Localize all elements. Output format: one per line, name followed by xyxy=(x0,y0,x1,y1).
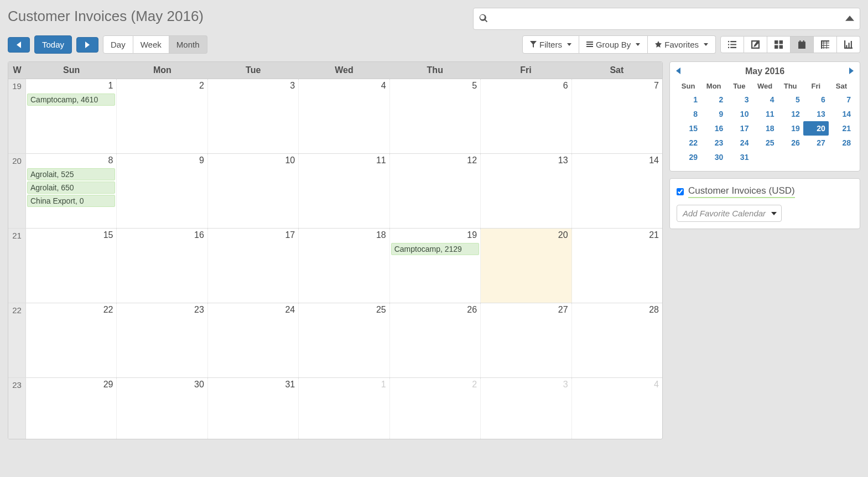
calendar-cell[interactable]: 18 xyxy=(299,229,389,303)
mini-day[interactable]: 12 xyxy=(778,107,803,121)
day-number: 6 xyxy=(563,81,568,91)
calendar-cell[interactable]: 15 xyxy=(26,229,117,303)
calendar-cell[interactable]: 10 xyxy=(208,154,299,228)
mini-day[interactable]: 8 xyxy=(675,107,701,121)
calendar-cell[interactable]: 3 xyxy=(208,79,299,153)
search-input[interactable] xyxy=(492,14,845,23)
mini-day[interactable]: 31 xyxy=(726,150,752,164)
calendar-cell[interactable]: 1Camptocamp, 4610 xyxy=(26,79,117,153)
search-expand-icon[interactable] xyxy=(845,14,854,24)
form-view-button[interactable] xyxy=(744,36,767,53)
mini-day[interactable]: 17 xyxy=(726,121,752,136)
calendar-cell[interactable]: 9 xyxy=(117,154,207,228)
day-header: Thu xyxy=(389,62,480,79)
day-button[interactable]: Day xyxy=(103,35,133,54)
calendar-cell[interactable]: 1 xyxy=(299,378,389,439)
calendar-view-button[interactable] xyxy=(791,36,814,53)
calendar-cell[interactable]: 7 xyxy=(572,79,662,153)
filter-checkbox[interactable] xyxy=(677,188,684,195)
calendar-cell[interactable]: 8Agrolait, 525Agrolait, 650China Export,… xyxy=(26,154,117,228)
calendar-cell[interactable]: 20 xyxy=(481,229,571,303)
week-number: 21 xyxy=(8,229,26,303)
calendar-cell[interactable]: 27 xyxy=(481,303,571,377)
calendar-cell[interactable]: 4 xyxy=(299,79,389,153)
mini-day[interactable]: 21 xyxy=(829,121,854,136)
pivot-view-button[interactable] xyxy=(814,36,837,53)
mini-day[interactable]: 27 xyxy=(803,136,829,150)
calendar-event[interactable]: Agrolait, 525 xyxy=(27,168,115,180)
mini-day[interactable]: 20 xyxy=(803,121,829,136)
mini-day[interactable]: 5 xyxy=(778,92,803,107)
mini-day[interactable]: 3 xyxy=(726,92,752,107)
mini-day[interactable]: 22 xyxy=(675,136,701,150)
week-number: 23 xyxy=(8,378,26,439)
calendar-cell[interactable]: 3 xyxy=(481,378,571,439)
mini-day[interactable]: 19 xyxy=(778,121,803,136)
calendar-cell[interactable]: 12 xyxy=(390,154,481,228)
today-button[interactable]: Today xyxy=(34,35,72,54)
calendar-cell[interactable]: 26 xyxy=(390,303,481,377)
day-number: 5 xyxy=(472,81,477,91)
calendar-cell[interactable]: 22 xyxy=(26,303,117,377)
calendar-cell[interactable]: 19Camptocamp, 2129 xyxy=(390,229,481,303)
mini-day[interactable]: 13 xyxy=(803,107,829,121)
calendar-cell[interactable]: 11 xyxy=(299,154,389,228)
mini-day[interactable]: 30 xyxy=(701,150,726,164)
mini-day[interactable]: 23 xyxy=(701,136,726,150)
mini-day[interactable]: 6 xyxy=(803,92,829,107)
search-box[interactable] xyxy=(473,8,860,30)
mini-day[interactable]: 16 xyxy=(701,121,726,136)
calendar-cell[interactable]: 30 xyxy=(117,378,207,439)
calendar-cell[interactable]: 5 xyxy=(390,79,481,153)
calendar-cell[interactable]: 29 xyxy=(26,378,117,439)
calendar-cell[interactable]: 13 xyxy=(481,154,571,228)
calendar-cell[interactable]: 25 xyxy=(299,303,389,377)
month-button[interactable]: Month xyxy=(169,35,207,54)
mini-day[interactable]: 4 xyxy=(752,92,777,107)
mini-day[interactable]: 26 xyxy=(778,136,803,150)
mini-day[interactable]: 9 xyxy=(701,107,726,121)
favorites-button[interactable]: Favorites xyxy=(648,35,716,54)
calendar-event[interactable]: Agrolait, 650 xyxy=(27,182,115,194)
mini-day[interactable]: 29 xyxy=(675,150,701,164)
mini-day[interactable]: 1 xyxy=(675,92,701,107)
week-button[interactable]: Week xyxy=(133,35,169,54)
calendar-cell[interactable]: 2 xyxy=(390,378,481,439)
next-button[interactable] xyxy=(76,37,98,53)
mini-day[interactable]: 15 xyxy=(675,121,701,136)
filters-button[interactable]: Filters xyxy=(522,35,579,54)
mini-day[interactable]: 25 xyxy=(752,136,777,150)
mini-day[interactable]: 10 xyxy=(726,107,752,121)
mini-day[interactable]: 7 xyxy=(829,92,854,107)
day-header: Fri xyxy=(480,62,571,79)
calendar-cell[interactable]: 21 xyxy=(572,229,662,303)
mini-next-button[interactable] xyxy=(849,67,854,76)
calendar-cell[interactable]: 17 xyxy=(208,229,299,303)
list-view-button[interactable] xyxy=(720,36,744,53)
calendar-cell[interactable]: 2 xyxy=(117,79,207,153)
mini-day[interactable]: 2 xyxy=(701,92,726,107)
calendar-event[interactable]: China Export, 0 xyxy=(27,195,115,207)
add-favorite-calendar-select[interactable]: Add Favorite Calendar xyxy=(677,205,782,222)
calendar-cell[interactable]: 6 xyxy=(481,79,571,153)
calendar-cell[interactable]: 4 xyxy=(572,378,662,439)
calendar-cell[interactable]: 23 xyxy=(117,303,207,377)
calendar-cell[interactable]: 31 xyxy=(208,378,299,439)
calendar-cell[interactable]: 14 xyxy=(572,154,662,228)
calendar-event[interactable]: Camptocamp, 4610 xyxy=(27,94,115,106)
groupby-button[interactable]: Group By xyxy=(579,35,648,54)
mini-day[interactable]: 28 xyxy=(829,136,854,150)
calendar-cell[interactable]: 28 xyxy=(572,303,662,377)
mini-day[interactable]: 14 xyxy=(829,107,854,121)
graph-view-button[interactable] xyxy=(837,36,860,53)
calendar-cell[interactable]: 16 xyxy=(117,229,207,303)
mini-prev-button[interactable] xyxy=(675,67,681,76)
mini-day[interactable]: 11 xyxy=(752,107,777,121)
prev-button[interactable] xyxy=(8,37,30,53)
mini-day[interactable]: 18 xyxy=(752,121,777,136)
mini-day[interactable]: 24 xyxy=(726,136,752,150)
day-number: 27 xyxy=(558,305,568,315)
calendar-cell[interactable]: 24 xyxy=(208,303,299,377)
calendar-event[interactable]: Camptocamp, 2129 xyxy=(391,243,479,255)
kanban-view-button[interactable] xyxy=(767,36,791,53)
